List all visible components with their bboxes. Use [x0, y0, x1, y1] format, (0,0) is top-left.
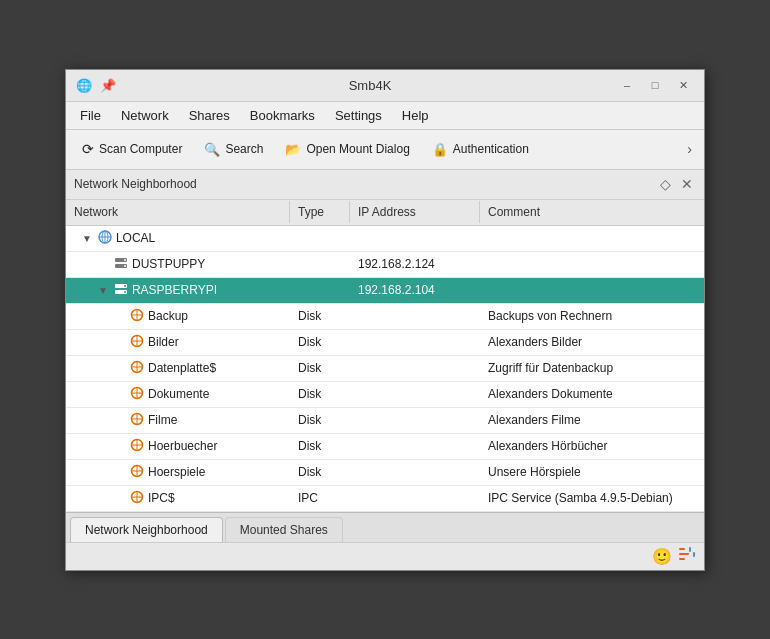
svg-point-10: [124, 285, 126, 287]
menu-shares[interactable]: Shares: [179, 105, 240, 126]
cell-network: Dokumente: [66, 383, 290, 406]
authentication-button[interactable]: 🔒 Authentication: [422, 138, 539, 161]
cell-network: ▼RASPBERRYPI: [66, 279, 290, 302]
cell-type: [290, 261, 350, 267]
table-row[interactable]: Datenplatte$DiskZugriff für Datenbackup: [66, 356, 704, 382]
menu-network[interactable]: Network: [111, 105, 179, 126]
cell-type: [290, 235, 350, 241]
share-icon: [130, 386, 144, 403]
toolbar-more-button[interactable]: ›: [681, 137, 698, 161]
cell-comment: Unsere Hörspiele: [480, 462, 704, 482]
svg-rect-36: [679, 548, 685, 550]
network-name: Datenplatte$: [148, 361, 216, 375]
network-name: Bilder: [148, 335, 179, 349]
menu-settings[interactable]: Settings: [325, 105, 392, 126]
cell-type: Disk: [290, 462, 350, 482]
tab-network-neighborhood[interactable]: Network Neighborhood: [70, 517, 223, 542]
close-button[interactable]: ✕: [670, 75, 696, 95]
open-mount-icon: 📂: [285, 142, 301, 157]
share-icon: [130, 334, 144, 351]
share-icon: [130, 412, 144, 429]
expand-arrow-icon[interactable]: ▼: [98, 285, 108, 296]
search-button[interactable]: 🔍 Search: [194, 138, 273, 161]
menu-file[interactable]: File: [70, 105, 111, 126]
share-icon: [130, 464, 144, 481]
svg-rect-37: [679, 553, 689, 555]
maximize-button[interactable]: □: [642, 75, 668, 95]
authentication-icon: 🔒: [432, 142, 448, 157]
menu-help[interactable]: Help: [392, 105, 439, 126]
settings-status-icon[interactable]: [678, 545, 696, 567]
cell-type: Disk: [290, 384, 350, 404]
menu-bookmarks[interactable]: Bookmarks: [240, 105, 325, 126]
table-row[interactable]: FilmeDiskAlexanders Filme: [66, 408, 704, 434]
table-row[interactable]: HoerspieleDiskUnsere Hörspiele: [66, 460, 704, 486]
table-row[interactable]: HoerbuecherDiskAlexanders Hörbücher: [66, 434, 704, 460]
panel-header: Network Neighborhood ◇ ✕: [66, 170, 704, 200]
expand-arrow-icon[interactable]: ▼: [82, 233, 92, 244]
panel-title: Network Neighborhood: [74, 177, 657, 191]
cell-ip: [350, 365, 480, 371]
window-controls: – □ ✕: [614, 75, 696, 95]
cell-type: Disk: [290, 306, 350, 326]
table-row[interactable]: DUSTPUPPY192.168.2.124: [66, 252, 704, 278]
svg-point-11: [124, 291, 126, 293]
network-name: IPC$: [148, 491, 175, 505]
share-icon: [130, 308, 144, 325]
network-name: Hoerspiele: [148, 465, 205, 479]
cell-network: DUSTPUPPY: [66, 253, 290, 276]
authentication-label: Authentication: [453, 142, 529, 156]
scan-computer-label: Scan Computer: [99, 142, 182, 156]
table-row[interactable]: IPC$IPCIPC Service (Samba 4.9.5-Debian): [66, 486, 704, 512]
table-body[interactable]: ▼LOCALDUSTPUPPY192.168.2.124▼RASPBERRYPI…: [66, 226, 704, 512]
share-icon: [130, 438, 144, 455]
table-row[interactable]: BackupDiskBackups von Rechnern: [66, 304, 704, 330]
globe-icon: [98, 230, 112, 247]
cell-ip: 192.168.2.124: [350, 254, 480, 274]
cell-network: Hoerbuecher: [66, 435, 290, 458]
col-type: Type: [290, 201, 350, 223]
cell-network: IPC$: [66, 487, 290, 510]
panel-controls: ◇ ✕: [657, 176, 696, 192]
search-label: Search: [225, 142, 263, 156]
titlebar: 🌐 📌 Smb4K – □ ✕: [66, 70, 704, 102]
cell-ip: [350, 469, 480, 475]
table-row[interactable]: DokumenteDiskAlexanders Dokumente: [66, 382, 704, 408]
panel-detach-icon[interactable]: ◇: [657, 176, 674, 192]
menubar: File Network Shares Bookmarks Settings H…: [66, 102, 704, 130]
server-icon: [114, 256, 128, 273]
panel-close-icon[interactable]: ✕: [678, 176, 696, 192]
cell-comment: Alexanders Bilder: [480, 332, 704, 352]
cell-comment: Alexanders Hörbücher: [480, 436, 704, 456]
tab-mounted-shares[interactable]: Mounted Shares: [225, 517, 343, 542]
col-network: Network: [66, 201, 290, 223]
network-name: DUSTPUPPY: [132, 257, 205, 271]
network-name: RASPBERRYPI: [132, 283, 217, 297]
cell-comment: Backups von Rechnern: [480, 306, 704, 326]
network-name: Filme: [148, 413, 177, 427]
cell-network: Hoerspiele: [66, 461, 290, 484]
smiley-icon[interactable]: 🙂: [652, 547, 672, 566]
svg-rect-39: [689, 547, 691, 552]
cell-ip: [350, 391, 480, 397]
cell-comment: IPC Service (Samba 4.9.5-Debian): [480, 488, 704, 508]
table-row[interactable]: ▼LOCAL: [66, 226, 704, 252]
scan-computer-button[interactable]: ⟳ Scan Computer: [72, 137, 192, 161]
cell-ip: [350, 339, 480, 345]
titlebar-app-icons: 🌐 📌: [74, 75, 118, 95]
table-row[interactable]: BilderDiskAlexanders Bilder: [66, 330, 704, 356]
share-icon: [130, 360, 144, 377]
minimize-button[interactable]: –: [614, 75, 640, 95]
cell-comment: Alexanders Dokumente: [480, 384, 704, 404]
network-table: Network Type IP Address Comment ▼LOCALDU…: [66, 200, 704, 512]
cell-network: Filme: [66, 409, 290, 432]
cell-comment: Alexanders Filme: [480, 410, 704, 430]
scan-computer-icon: ⟳: [82, 141, 94, 157]
network-name: Dokumente: [148, 387, 209, 401]
svg-rect-40: [693, 552, 695, 557]
col-comment: Comment: [480, 201, 704, 223]
cell-type: [290, 287, 350, 293]
open-mount-button[interactable]: 📂 Open Mount Dialog: [275, 138, 419, 161]
network-name: LOCAL: [116, 231, 155, 245]
table-row[interactable]: ▼RASPBERRYPI192.168.2.104: [66, 278, 704, 304]
